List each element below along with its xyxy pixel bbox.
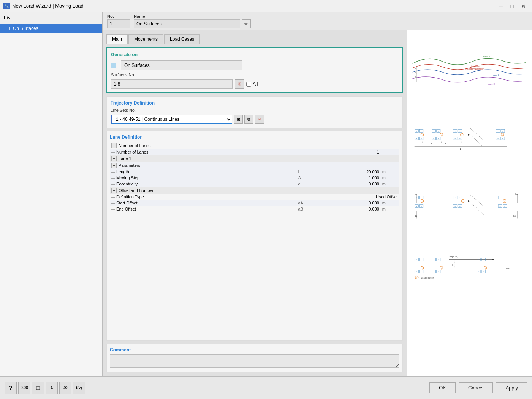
minimize-button[interactable]: ─ [496, 2, 506, 10]
e-label-3: e [415, 76, 416, 78]
svg-text:+: + [459, 137, 461, 139]
aA-label: aA [415, 215, 417, 217]
on-surfaces-indicator [111, 63, 116, 68]
svg-line-22 [470, 128, 483, 140]
svg-text:+: + [483, 271, 484, 273]
svg-text:+: + [454, 196, 456, 199]
expand-lane1[interactable]: − [111, 156, 117, 161]
svg-text:+: + [433, 130, 434, 132]
svg-text:+: + [416, 137, 417, 139]
surfaces-no-label-row: Surfaces No. [111, 73, 398, 77]
tab-main[interactable]: Main [106, 34, 128, 44]
svg-text:+: + [433, 258, 434, 261]
table-row: — Definition Type Used Offset [110, 194, 399, 200]
tab-load-cases[interactable]: Load Cases [164, 34, 200, 44]
text-button[interactable]: A [46, 382, 58, 394]
svg-text:+: + [441, 267, 442, 269]
name-label: Name [134, 14, 251, 19]
zero-button[interactable]: 0.00 [18, 382, 30, 394]
generate-on-title: Generate on [111, 52, 398, 57]
tab-movements[interactable]: Movements [128, 34, 163, 44]
table-row: − Lane 1 [110, 155, 399, 162]
row-label: Number of Lanes [119, 143, 150, 148]
add-line-set-button[interactable]: ⊞ [234, 115, 243, 124]
titlebar-left: 🔧 New Load Wizard | Moving Load [3, 3, 84, 10]
lane-section: Lane Definition − Number of Lanes [106, 131, 403, 341]
view-button[interactable]: 👁 [59, 382, 71, 394]
form-area: Main Movements Load Cases Generate on On… [103, 30, 407, 376]
svg-text:+: + [483, 258, 484, 261]
table-row: — End Offset aB 0.000 m [110, 206, 399, 212]
svg-text:+: + [433, 137, 434, 139]
right-panel: No. 1 Name On Surfaces ✏ Main Movements … [103, 12, 532, 376]
trajectory-lane-diagram: Trajectory e + [410, 243, 528, 293]
row-label: Offset and Bumper [119, 188, 154, 193]
expand-parameters[interactable]: − [111, 163, 117, 168]
no-field-group: No. 1 [107, 14, 130, 28]
svg-text:+: + [504, 205, 505, 207]
list-item-on-surfaces[interactable]: 1 On Surfaces [0, 24, 102, 33]
diagram-area: Lane 1 Line Set = Trajectory Definition … [407, 30, 532, 376]
svg-text:+: + [421, 196, 422, 199]
svg-text:+: + [461, 134, 462, 136]
e-label-1: e [415, 67, 416, 70]
no-input[interactable]: 1 [107, 19, 130, 28]
svg-text:+: + [459, 196, 461, 199]
table-row: − Offset and Bumper [110, 187, 399, 194]
svg-text:+: + [438, 137, 439, 139]
expand-offset-bumper[interactable]: − [111, 188, 117, 193]
main-container: List 1 On Surfaces No. 1 Name On Surface… [0, 12, 532, 376]
generate-on-dropdown[interactable]: On Surfaces [121, 60, 242, 70]
svg-text:+: + [421, 267, 423, 269]
close-button[interactable]: ✕ [518, 2, 529, 10]
list-item-label: On Surfaces [13, 26, 38, 31]
copy-line-set-button[interactable]: ⧉ [244, 115, 253, 124]
ok-button[interactable]: OK [429, 382, 456, 393]
table-row: — Moving Step Δ 1.000 m [110, 175, 399, 181]
cancel-button[interactable]: Cancel [459, 382, 493, 393]
table-row: — Start Offset aA 0.000 m [110, 200, 399, 206]
table-row: — Length L 20.000 m [110, 169, 399, 175]
row-label: Definition Type [116, 195, 144, 199]
svg-text:+: + [421, 137, 422, 139]
svg-text:Δ: Δ [445, 142, 446, 145]
titlebar-controls[interactable]: ─ □ ✕ [496, 2, 529, 10]
pick-surfaces-button[interactable]: ✳ [235, 79, 244, 89]
svg-text:L: L [460, 147, 462, 150]
e-label-2: e [415, 71, 416, 74]
fx-button[interactable]: f(x) [73, 382, 85, 394]
trajectory-title: Trajectory Definition [111, 100, 399, 106]
rect-button[interactable]: □ [32, 382, 44, 394]
svg-text:Δ: Δ [431, 142, 432, 145]
generate-on-row: On Surfaces [111, 60, 398, 70]
surfaces-row: 1-8 ✳ All [111, 79, 398, 89]
edit-name-button[interactable]: ✏ [242, 19, 251, 28]
apply-button[interactable]: Apply [496, 382, 527, 393]
svg-text:+: + [459, 130, 461, 132]
left-panel: List 1 On Surfaces [0, 12, 103, 376]
bA-label: bA [415, 193, 417, 196]
row-label: Parameters [119, 163, 140, 168]
lane-table: − Number of Lanes — [110, 142, 399, 212]
comment-input[interactable] [110, 354, 399, 368]
tabs: Main Movements Load Cases [106, 34, 403, 44]
surfaces-input[interactable]: 1-8 [111, 79, 233, 89]
surfaces-no-label: Surfaces No. [111, 73, 135, 77]
svg-text:+: + [497, 130, 499, 132]
list-header: List [0, 12, 102, 24]
table-row: — Number of Lanes 1 [110, 149, 399, 155]
svg-text:+: + [421, 258, 422, 261]
maximize-button[interactable]: □ [507, 2, 518, 10]
help-button[interactable]: ? [5, 382, 17, 394]
expand-number-of-lanes[interactable]: − [111, 143, 117, 148]
svg-text:+: + [502, 134, 503, 136]
name-input[interactable]: On Surfaces [134, 19, 240, 28]
all-checkbox[interactable] [246, 82, 251, 87]
lane2-label: Lane 2 [492, 74, 499, 76]
load-position-label: Load position [421, 277, 434, 279]
content-area: Main Movements Load Cases Generate on On… [103, 30, 532, 376]
line-sets-dropdown[interactable]: 1 - 46,49-51 | Continuous Lines [111, 115, 232, 124]
pick-line-set-button[interactable]: ✳ [255, 115, 264, 124]
row-label: Eccentricity [116, 182, 138, 186]
list-item-num: 1 [3, 26, 11, 31]
